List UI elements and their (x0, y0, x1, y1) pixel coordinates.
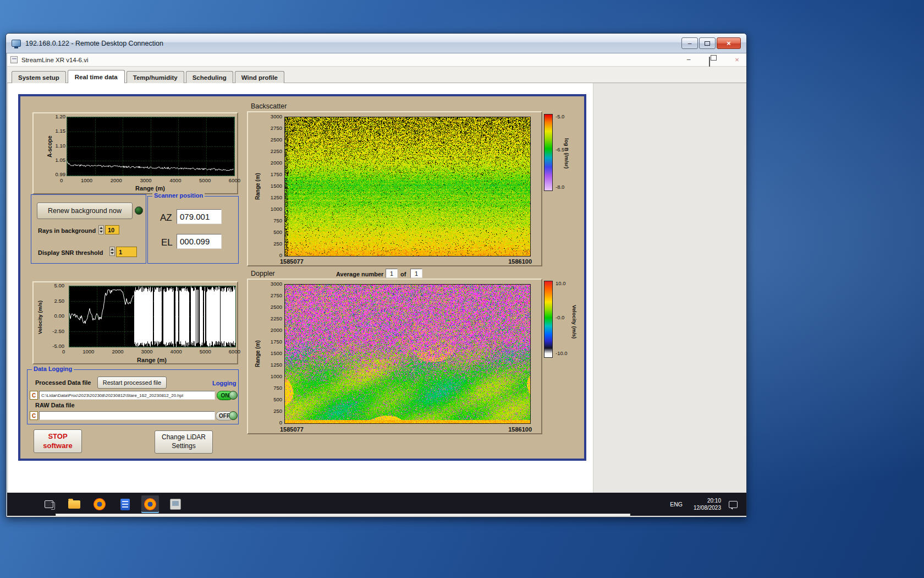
tick-label: 250 (273, 241, 282, 247)
file-explorer-button[interactable] (65, 495, 83, 513)
el-field[interactable]: 000.099 (177, 234, 222, 249)
notes-app-button[interactable] (116, 495, 134, 513)
tick-label: 4000 (169, 178, 181, 183)
clock-date: 12/08/2023 (694, 504, 721, 512)
tick-label: 2.50 (54, 298, 65, 304)
tick-label: 2500 (271, 304, 282, 310)
az-field[interactable]: 079.001 (177, 209, 222, 224)
ascope-yticks: 1.201.151.101.050.99 (52, 114, 65, 177)
el-label: EL (161, 237, 173, 248)
labview-restore-button[interactable] (709, 57, 710, 67)
velocity-xticks: 0100020003000400050006000 (62, 349, 240, 355)
tick-label: 6000 (229, 349, 240, 355)
tick-label: 2250 (271, 149, 282, 154)
colorbar-tick: 10.0 (556, 281, 566, 286)
tab-system-setup[interactable]: System setup (12, 71, 66, 83)
notification-icon[interactable] (729, 501, 738, 508)
raw-toggle-knob[interactable] (229, 411, 238, 420)
tick-label: 2000 (111, 178, 122, 183)
change-line2: Settings (172, 442, 195, 451)
tab-scheduling[interactable]: Scheduling (186, 71, 233, 83)
tick-label: 0 (279, 253, 282, 258)
velocity-frame: Velocity (m/s) 5.002.500.00-2.50-5.00 01… (32, 281, 238, 364)
restart-processed-file-button[interactable]: Restart processed file (97, 377, 167, 389)
background-led-indicator (135, 206, 143, 215)
average-number-label: Average number (336, 271, 383, 277)
scanner-position-group: Scanner position AZ 079.001 EL 000.099 (147, 196, 239, 264)
tab-real-time-data[interactable]: Real time data (68, 70, 125, 83)
task-view-button[interactable] (40, 495, 58, 513)
rdp-close-button[interactable]: × (717, 37, 741, 49)
rays-in-background-label: Rays in background (38, 227, 96, 234)
data-logging-title: Data Logging (32, 366, 74, 372)
backscatter-yticks: 3000275025002250200017501500125010007505… (263, 114, 282, 258)
backscatter-x-start: 1585077 (280, 259, 304, 264)
tick-label: 750 (273, 218, 282, 223)
doppler-ylabel: Range (m) (255, 313, 261, 395)
doppler-title: Doppler (251, 270, 275, 277)
language-indicator[interactable]: ENG (667, 499, 686, 510)
taskbar-clock[interactable]: 20:10 12/08/2023 (694, 497, 721, 512)
doppler-yticks: 3000275025002250200017501500125010007505… (263, 281, 282, 426)
tick-label: 1.05 (56, 157, 66, 163)
labview-title: StreamLine XR v14-6.vi (21, 57, 88, 63)
stop-line1: STOP (48, 432, 67, 441)
backscatter-colorbar-label: log B (/m/sr) (564, 117, 570, 190)
average-total-field[interactable]: 1 (410, 269, 422, 278)
tick-label: 5000 (200, 349, 211, 355)
tick-label: 1000 (82, 349, 94, 355)
tick-label: 1500 (271, 183, 282, 189)
doppler-frame: Range (m) 300027502500225020001750150012… (247, 279, 542, 434)
colorbar-tick: -6.5 (556, 147, 564, 152)
processed-path-field[interactable]: C:\Lidar\Data\Proc\2023\202308\20230812\… (39, 391, 215, 400)
stop-software-button[interactable]: STOP software (34, 429, 82, 453)
tab-wind-profile[interactable]: Wind profile (235, 71, 284, 83)
ascope-plot (67, 117, 235, 176)
tick-label: 1250 (271, 362, 282, 368)
raw-data-file-label: RAW Data file (35, 402, 75, 408)
labview-minimize-button[interactable]: – (684, 56, 694, 64)
raw-path-field[interactable] (39, 411, 215, 420)
raw-drive-box[interactable]: C (30, 411, 38, 420)
logging-label: Logging (212, 380, 236, 386)
snr-field[interactable]: 1 (116, 247, 137, 257)
scan-app-icon (170, 499, 181, 510)
tick-label: 1250 (271, 195, 282, 200)
tick-label: 2000 (271, 328, 282, 333)
tick-label: 500 (273, 397, 282, 402)
tick-label: -2.50 (52, 329, 64, 334)
rays-spinner[interactable] (98, 225, 104, 235)
maximize-icon (705, 41, 710, 46)
rdp-maximize-button[interactable] (699, 37, 716, 49)
remote-taskbar: ENG 20:10 12/08/2023 (7, 493, 746, 516)
background-controls-group: Renew background now Rays in background … (31, 194, 146, 264)
tick-label: 1000 (271, 374, 282, 379)
tick-label: 750 (273, 385, 282, 391)
rdp-minimize-button[interactable]: – (681, 37, 698, 49)
labview-close-button[interactable]: × (732, 56, 742, 64)
stop-line2: software (43, 441, 72, 450)
restore-icon (709, 57, 710, 67)
tab-temp-humidity[interactable]: Temp/humidity (127, 71, 184, 83)
scan-app-button[interactable] (167, 495, 184, 513)
snr-spinner[interactable] (109, 247, 115, 256)
tick-label: 3000 (140, 178, 152, 183)
average-number-field[interactable]: 1 (386, 269, 398, 278)
browser-button[interactable] (91, 495, 108, 513)
snr-threshold-label: Display SNR threshold (38, 249, 103, 256)
processed-drive-box[interactable]: C (30, 391, 38, 400)
backscatter-x-end: 1586100 (508, 259, 532, 264)
taskbar-peek-strip (56, 514, 630, 516)
processed-toggle-knob[interactable] (229, 391, 238, 400)
ascope-xlabel: Range (m) (67, 185, 234, 192)
tick-label: 1.15 (56, 128, 66, 134)
renew-background-button[interactable]: Renew background now (37, 203, 133, 219)
rays-field[interactable]: 10 (105, 225, 119, 235)
change-line1: Change LiDAR (162, 433, 206, 442)
change-lidar-settings-button[interactable]: Change LiDAR Settings (155, 430, 213, 454)
labview-titlebar: StreamLine XR v14-6.vi (7, 53, 746, 67)
tick-label: 0.99 (56, 172, 66, 177)
tick-label: 4000 (170, 349, 182, 355)
browser-active-button[interactable] (141, 495, 159, 513)
colorbar-tick: -0.0 (556, 315, 564, 320)
